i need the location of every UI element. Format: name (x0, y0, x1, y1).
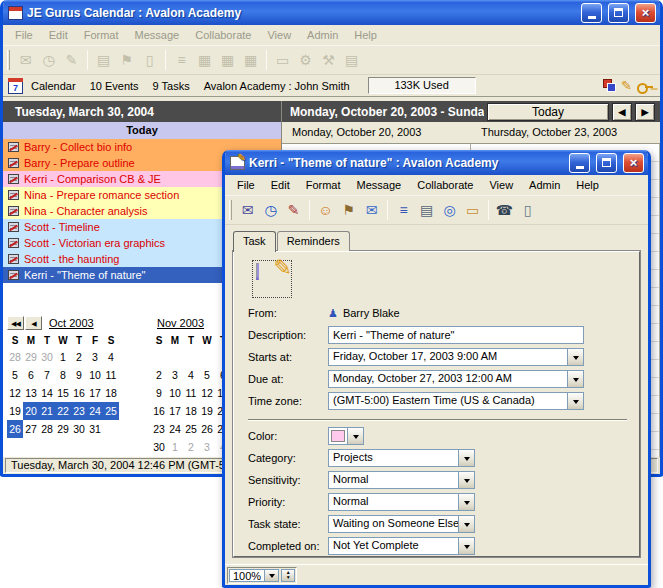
day-cell[interactable]: 17 (87, 384, 103, 402)
main-titlebar[interactable]: JE Gurus Calendar : Avalon Academy × (3, 0, 660, 25)
menu-item-format[interactable]: Format (76, 26, 127, 44)
day-cell[interactable]: 12 (7, 384, 23, 402)
view-source-icon[interactable]: ≡ (392, 200, 415, 221)
day-cell[interactable]: 2 (151, 366, 167, 384)
day-cell[interactable]: 6 (23, 366, 39, 384)
dialog-maximize-button[interactable] (596, 153, 617, 173)
menu-item-message[interactable]: Message (127, 26, 188, 44)
layers-icon[interactable] (603, 79, 616, 92)
menu-item-collaborate[interactable]: Collaborate (187, 26, 259, 44)
menu-item-view[interactable]: View (259, 26, 299, 44)
day-cell[interactable]: 7 (39, 366, 55, 384)
menu-item-edit[interactable]: Edit (41, 26, 76, 44)
description-input[interactable]: Kerri - "Theme of nature" (328, 326, 584, 344)
day-cell[interactable]: 25 (183, 420, 199, 438)
new-task-icon[interactable]: ✎ (282, 200, 305, 221)
day-cell[interactable]: 4 (183, 366, 199, 384)
maximize-button[interactable] (608, 3, 629, 23)
menu-item-admin[interactable]: Admin (299, 26, 346, 44)
day-cell[interactable]: 8 (55, 366, 71, 384)
day-cell[interactable]: 25 (103, 402, 119, 420)
key-icon[interactable] (637, 80, 653, 92)
dialog-close-button[interactable]: × (623, 153, 644, 173)
due-at-dropdown[interactable]: Monday, October 27, 2003 12:00 AM (328, 370, 584, 388)
day-cell[interactable]: 30 (151, 438, 167, 456)
tab-task[interactable]: Task (233, 231, 276, 252)
day-cell[interactable]: 19 (7, 402, 23, 420)
day-cell[interactable]: 1 (167, 438, 183, 456)
presence-icon[interactable]: ⚑ (337, 200, 360, 221)
prev-month-button[interactable]: ◀ (25, 316, 42, 330)
close-button[interactable]: × (635, 3, 656, 23)
delete-icon[interactable]: ▯ (516, 200, 539, 221)
menu-item-message[interactable]: Message (349, 176, 410, 194)
range-back-button[interactable]: ◀ (612, 103, 632, 121)
menu-item-format[interactable]: Format (298, 176, 349, 194)
day-cell[interactable]: 23 (151, 420, 167, 438)
prev-year-button[interactable]: ◀◀ (7, 316, 24, 330)
day-cell[interactable]: 15 (55, 384, 71, 402)
day-cell[interactable]: 23 (71, 402, 87, 420)
file-in-folder-icon[interactable]: ▭ (461, 200, 484, 221)
day-cell[interactable]: 5 (7, 366, 23, 384)
today-button[interactable]: Today (487, 103, 609, 121)
day-cell[interactable]: 3 (87, 348, 103, 366)
menu-item-admin[interactable]: Admin (521, 176, 568, 194)
edit-pencil-icon[interactable]: ✎ (621, 79, 632, 92)
day-cell[interactable]: 16 (151, 402, 167, 420)
reply-icon[interactable]: ☺ (314, 200, 337, 221)
month-label[interactable]: Oct 2003 (49, 317, 94, 329)
day-cell[interactable]: 12 (199, 384, 215, 402)
menu-item-help[interactable]: Help (568, 176, 607, 194)
day-cell[interactable]: 3 (167, 366, 183, 384)
day-cell[interactable]: 18 (103, 384, 119, 402)
menu-item-collaborate[interactable]: Collaborate (409, 176, 481, 194)
menu-item-view[interactable]: View (481, 176, 521, 194)
day-cell[interactable]: 20 (23, 402, 39, 420)
day-cell[interactable]: 16 (71, 384, 87, 402)
day-cell[interactable]: 3 (199, 438, 215, 456)
day-cell[interactable]: 2 (183, 438, 199, 456)
print-icon[interactable]: ▤ (415, 200, 438, 221)
find-icon[interactable]: ◎ (438, 200, 461, 221)
day-cell[interactable]: 24 (167, 420, 183, 438)
time-zone-dropdown[interactable]: (GMT-5:00) Eastern Time (US & Canada) (328, 392, 584, 410)
day-cell[interactable]: 1 (55, 348, 71, 366)
day-cell[interactable]: 31 (87, 420, 103, 438)
day-cell[interactable]: 17 (167, 402, 183, 420)
day-cell[interactable]: 29 (55, 420, 71, 438)
day-cell[interactable]: 4 (103, 348, 119, 366)
day-cell[interactable]: 22 (55, 402, 71, 420)
forward-icon[interactable]: ✉ (360, 200, 383, 221)
day-cell[interactable]: 21 (39, 402, 55, 420)
sensitivity-dropdown[interactable]: Normal (328, 471, 475, 489)
day-cell[interactable]: 24 (87, 402, 103, 420)
day-cell[interactable]: 28 (7, 348, 23, 366)
day-cell[interactable]: 30 (39, 348, 55, 366)
day-cell[interactable]: 10 (87, 366, 103, 384)
new-alarm-icon[interactable]: ◷ (259, 200, 282, 221)
menu-item-file[interactable]: File (7, 26, 41, 44)
category-dropdown[interactable]: Projects (328, 449, 475, 467)
day-cell[interactable]: 11 (103, 366, 119, 384)
completed-on-dropdown[interactable]: Not Yet Complete (328, 537, 475, 555)
day-cell[interactable]: 28 (39, 420, 55, 438)
dialog-titlebar[interactable]: Kerri - "Theme of nature" : Avalon Acade… (225, 150, 648, 175)
menu-item-file[interactable]: File (229, 176, 263, 194)
day-cell[interactable]: 11 (183, 384, 199, 402)
color-dropdown[interactable] (328, 427, 364, 445)
minimize-button[interactable] (581, 3, 602, 23)
starts-at-dropdown[interactable]: Friday, October 17, 2003 9:00 AM (328, 348, 584, 366)
day-cell[interactable]: 9 (151, 384, 167, 402)
day-cell[interactable]: 9 (71, 366, 87, 384)
day-cell[interactable]: 26 (7, 420, 23, 438)
day-cell[interactable]: 27 (23, 420, 39, 438)
month-label[interactable]: Nov 2003 (157, 317, 204, 329)
day-cell[interactable]: 10 (167, 384, 183, 402)
range-forward-button[interactable]: ▶ (635, 103, 655, 121)
task-state-dropdown[interactable]: Waiting on Someone Else (328, 515, 475, 533)
day-cell[interactable]: 2 (71, 348, 87, 366)
new-message-icon[interactable]: ✉ (236, 200, 259, 221)
day-cell[interactable]: 26 (199, 420, 215, 438)
menu-item-help[interactable]: Help (346, 26, 385, 44)
